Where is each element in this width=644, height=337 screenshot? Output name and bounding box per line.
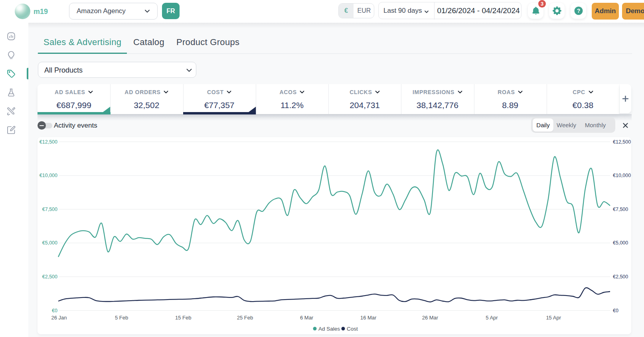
svg-text:?: ? — [577, 8, 580, 14]
